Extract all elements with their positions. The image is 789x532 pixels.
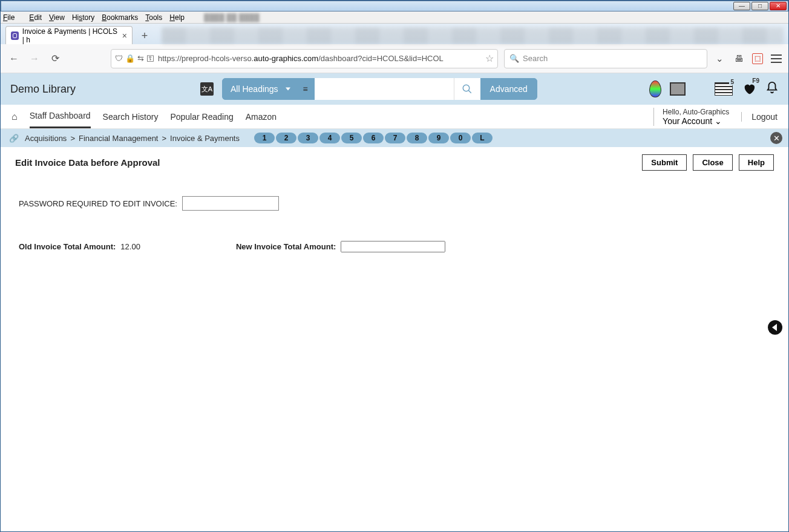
- tab-favicon-icon: [11, 31, 19, 40]
- blurred-toolbar-area: ████ ██ ████: [204, 13, 260, 22]
- security-shield-icon[interactable]: ⬚: [752, 53, 763, 64]
- page-header: Edit Invoice Data before Approval Submit…: [1, 147, 788, 178]
- url-text: https://preprod-hcols-verso.auto-graphic…: [158, 54, 482, 63]
- app-header: Demo Library 文A All Headings ≡ Advanced …: [1, 73, 788, 105]
- main-nav: ⌂ Staff Dashboard Search History Popular…: [1, 105, 788, 129]
- pill-0[interactable]: 0: [450, 133, 471, 143]
- pill-l[interactable]: L: [472, 133, 493, 143]
- browser-search-field[interactable]: 🔍 Search: [504, 49, 707, 68]
- tab-title: Invoice & Payments | HCOLS | h: [22, 27, 119, 44]
- pill-3[interactable]: 3: [298, 133, 318, 143]
- pill-9[interactable]: 9: [428, 133, 449, 143]
- search-placeholder: Search: [523, 54, 548, 63]
- pocket-icon[interactable]: ⌄: [713, 53, 725, 65]
- catalog-search-group: All Headings ≡ Advanced: [222, 78, 537, 100]
- collapse-panel-icon[interactable]: [768, 320, 782, 335]
- receipt-icon[interactable]: 5: [715, 82, 733, 96]
- page-title: Edit Invoice Data before Approval: [15, 157, 160, 168]
- advanced-search-button[interactable]: Advanced: [480, 78, 537, 100]
- nav-popular-reading[interactable]: Popular Reading: [170, 106, 233, 128]
- key-icon: ⚿: [146, 54, 154, 63]
- chevron-down-icon: ⌄: [712, 116, 722, 126]
- pill-8[interactable]: 8: [407, 133, 427, 143]
- menu-bookmarks[interactable]: Bookmarks: [102, 13, 138, 22]
- close-panel-icon[interactable]: ✕: [770, 132, 782, 144]
- browser-menubar: File Edit View History Bookmarks Tools H…: [1, 11, 788, 24]
- blurred-background-tabs: [162, 27, 784, 44]
- form-area: PASSWORD REQUIRED TO EDIT INVOICE: Old I…: [1, 178, 788, 271]
- translate-icon[interactable]: 文A: [200, 82, 214, 96]
- account-block[interactable]: Hello, Auto-Graphics Your Account ⌄: [653, 108, 729, 126]
- catalog-search-button[interactable]: [454, 78, 480, 100]
- receipt-badge: 5: [729, 79, 735, 85]
- pill-7[interactable]: 7: [385, 133, 405, 143]
- lock-icon: 🔒: [125, 54, 135, 63]
- new-total-label: New Invoice Total Amount:: [236, 242, 336, 251]
- back-button[interactable]: ←: [7, 51, 21, 66]
- forward-button[interactable]: →: [27, 51, 42, 66]
- browser-tab-active[interactable]: Invoice & Payments | HCOLS | h ×: [5, 26, 133, 44]
- pill-2[interactable]: 2: [276, 133, 296, 143]
- balloon-icon[interactable]: [649, 80, 661, 97]
- menu-help[interactable]: Help: [169, 13, 185, 22]
- crumb-invoice-payments[interactable]: Invoice & Payments: [170, 134, 240, 143]
- favorites-badge: F9: [751, 77, 761, 84]
- page-pills: 1 2 3 4 5 6 7 8 9 0 L: [254, 133, 493, 143]
- menu-history[interactable]: History: [72, 13, 94, 22]
- link-icon: 🔗: [9, 134, 19, 143]
- search-icon: 🔍: [509, 54, 519, 63]
- browser-tabbar: Invoice & Payments | HCOLS | h × +: [1, 24, 788, 44]
- close-button[interactable]: Close: [693, 154, 732, 171]
- pill-6[interactable]: 6: [363, 133, 384, 143]
- crumb-acquisitions[interactable]: Acquisitions: [25, 134, 67, 143]
- submit-button[interactable]: Submit: [642, 154, 687, 171]
- account-greeting: Hello, Auto-Graphics: [663, 108, 729, 116]
- library-name: Demo Library: [10, 83, 192, 96]
- pill-5[interactable]: 5: [341, 133, 362, 143]
- breadcrumb-bar: 🔗 Acquisitions > Financial Management > …: [1, 129, 788, 147]
- logout-link[interactable]: Logout: [741, 112, 778, 122]
- os-titlebar: — □ ✕: [1, 1, 788, 11]
- print-icon[interactable]: 🖶: [733, 53, 745, 65]
- menu-view[interactable]: View: [49, 13, 65, 22]
- password-label: PASSWORD REQUIRED TO EDIT INVOICE:: [19, 199, 177, 208]
- window-maximize-button[interactable]: □: [751, 2, 768, 10]
- catalog-search-input[interactable]: [315, 78, 454, 100]
- window-close-button[interactable]: ✕: [770, 2, 787, 10]
- bookmark-star-icon[interactable]: ☆: [485, 53, 494, 64]
- nav-amazon[interactable]: Amazon: [246, 106, 277, 128]
- shield-icon: 🛡: [115, 54, 123, 63]
- window-minimize-button[interactable]: —: [733, 2, 750, 10]
- crumb-financial-management[interactable]: Financial Management: [79, 134, 159, 143]
- menu-tools[interactable]: Tools: [145, 13, 162, 22]
- tab-close-icon[interactable]: ×: [122, 31, 127, 41]
- svg-line-1: [468, 90, 471, 93]
- pill-1[interactable]: 1: [254, 133, 275, 143]
- records-icon[interactable]: [670, 82, 686, 96]
- reload-button[interactable]: ⟳: [48, 51, 62, 66]
- old-total-label: Old Invoice Total Amount:: [19, 242, 116, 251]
- help-button[interactable]: Help: [739, 154, 774, 171]
- notifications-icon[interactable]: [765, 81, 779, 97]
- address-bar[interactable]: 🛡 🔒 ⇆ ⚿ https://preprod-hcols-verso.auto…: [111, 49, 498, 68]
- menu-file[interactable]: File: [3, 13, 22, 22]
- old-total-value: 12.00: [120, 242, 140, 251]
- new-total-input[interactable]: [341, 241, 445, 252]
- database-icon[interactable]: ≡: [296, 84, 315, 94]
- search-scope-dropdown[interactable]: All Headings: [222, 78, 296, 100]
- nav-search-history[interactable]: Search History: [103, 106, 159, 128]
- svg-point-0: [463, 85, 470, 91]
- permissions-icon: ⇆: [137, 54, 144, 63]
- app-menu-button[interactable]: [770, 53, 782, 65]
- pill-4[interactable]: 4: [319, 133, 340, 143]
- nav-staff-dashboard[interactable]: Staff Dashboard: [30, 105, 91, 128]
- menu-edit[interactable]: Edit: [29, 13, 42, 22]
- home-icon[interactable]: ⌂: [11, 111, 18, 122]
- password-input[interactable]: [182, 196, 279, 211]
- new-tab-button[interactable]: +: [136, 27, 153, 44]
- browser-toolbar: ← → ⟳ 🛡 🔒 ⇆ ⚿ https://preprod-hcols-vers…: [1, 44, 788, 73]
- favorites-icon[interactable]: F9: [741, 82, 757, 96]
